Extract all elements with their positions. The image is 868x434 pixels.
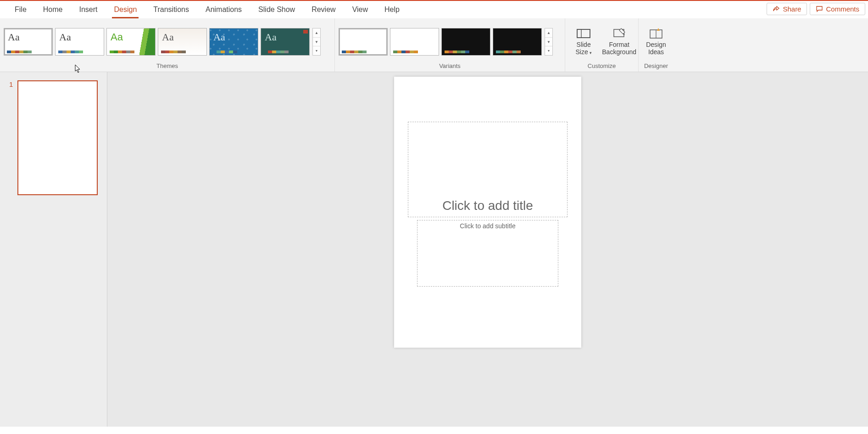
gallery-down-button[interactable]: ▼	[313, 38, 320, 47]
tab-slideshow[interactable]: Slide Show	[250, 1, 303, 18]
ribbon: Aa Aa Aa Aa Aa	[0, 18, 868, 72]
theme-thumb-2[interactable]: Aa	[55, 28, 104, 56]
tab-design[interactable]: Design	[106, 1, 145, 18]
slide-thumbnail[interactable]	[17, 80, 98, 195]
theme-swatches	[212, 51, 237, 53]
format-background-label: Format Background	[602, 41, 636, 56]
variant-swatches	[445, 51, 469, 53]
slide-entry-1[interactable]: 1	[9, 80, 98, 195]
theme-aa: Aa	[162, 31, 174, 43]
gallery-more-button[interactable]: ▾	[545, 46, 552, 55]
tab-transitions[interactable]: Transitions	[145, 1, 197, 18]
variant-thumb-3[interactable]	[441, 28, 490, 56]
tab-home[interactable]: Home	[35, 1, 71, 18]
slide-number: 1	[9, 80, 13, 195]
theme-aa: Aa	[265, 31, 277, 43]
designer-group-label: Designer	[639, 62, 673, 72]
slide-size-icon	[577, 28, 590, 39]
tab-insert[interactable]: Insert	[71, 1, 106, 18]
variant-thumb-2[interactable]	[390, 28, 439, 56]
format-background-button[interactable]: Format Background	[602, 21, 636, 62]
customize-group-label: Customize	[565, 62, 638, 72]
menu-bar: File Home Insert Design Transitions Anim…	[0, 0, 868, 18]
gallery-up-button[interactable]: ▲	[313, 28, 320, 38]
theme-swatches	[110, 51, 134, 53]
share-label: Share	[783, 5, 801, 13]
format-background-icon	[612, 28, 626, 39]
themes-gallery-spinner: ▲ ▼ ▾	[312, 28, 321, 56]
theme-aa: Aa	[111, 31, 123, 43]
comments-label: Comments	[826, 5, 859, 13]
slide-size-button[interactable]: Slide Size▾	[567, 21, 600, 62]
tab-file[interactable]: File	[6, 1, 35, 18]
tab-help[interactable]: Help	[376, 1, 408, 18]
customize-group: Slide Size▾ Format Background Customize	[565, 18, 639, 72]
workspace: 1 Click to add title Click to add subtit…	[0, 72, 868, 427]
slide-canvas[interactable]: Click to add title Click to add subtitle	[394, 77, 581, 348]
gallery-up-button[interactable]: ▲	[545, 28, 552, 38]
title-placeholder[interactable]: Click to add title	[408, 122, 568, 217]
theme-aa: Aa	[59, 31, 71, 43]
theme-swatches	[161, 51, 186, 53]
theme-thumb-5[interactable]: Aa	[209, 28, 258, 56]
gallery-down-button[interactable]: ▼	[545, 38, 552, 47]
variants-gallery-spinner: ▲ ▼ ▾	[545, 28, 553, 56]
design-ideas-label: Design Ideas	[646, 41, 666, 56]
tab-view[interactable]: View	[344, 1, 376, 18]
theme-aa: Aa	[8, 31, 20, 43]
theme-thumb-4[interactable]: Aa	[158, 28, 207, 56]
comments-button[interactable]: Comments	[810, 3, 865, 15]
variant-thumb-1[interactable]	[339, 28, 388, 56]
variants-group-label: Variants	[335, 62, 565, 72]
variant-swatches	[496, 51, 521, 53]
theme-thumb-1[interactable]: Aa	[4, 28, 53, 56]
share-button[interactable]: Share	[767, 3, 807, 15]
theme-swatches	[264, 51, 289, 53]
subtitle-placeholder[interactable]: Click to add subtitle	[417, 220, 558, 287]
theme-aa: Aa	[213, 31, 225, 43]
theme-swatches	[58, 51, 83, 53]
theme-thumb-3[interactable]: Aa	[106, 28, 156, 56]
design-ideas-button[interactable]: Design Ideas	[640, 21, 672, 62]
design-ideas-icon	[649, 28, 663, 39]
chevron-down-icon: ▾	[590, 51, 592, 55]
gallery-more-button[interactable]: ▾	[313, 46, 320, 55]
variants-group: ▲ ▼ ▾ Variants	[335, 18, 565, 72]
variant-thumb-4[interactable]	[493, 28, 542, 56]
themes-group: Aa Aa Aa Aa Aa	[0, 18, 335, 72]
variants-gallery	[337, 28, 542, 56]
themes-group-label: Themes	[0, 62, 334, 72]
designer-group: Design Ideas Designer	[639, 18, 673, 72]
canvas-area[interactable]: Click to add title Click to add subtitle	[107, 72, 868, 427]
theme-thumb-6[interactable]: Aa	[261, 28, 310, 56]
comment-icon	[816, 6, 823, 13]
tab-animations[interactable]: Animations	[197, 1, 250, 18]
slides-panel[interactable]: 1	[0, 72, 107, 427]
variant-swatches	[342, 51, 367, 53]
themes-gallery: Aa Aa Aa Aa Aa	[2, 28, 310, 56]
share-icon	[773, 6, 780, 13]
slide-size-label: Slide Size▾	[576, 41, 592, 56]
theme-swatches	[7, 51, 32, 53]
variant-swatches	[393, 51, 418, 53]
tab-review[interactable]: Review	[303, 1, 344, 18]
svg-rect-0	[577, 29, 590, 38]
